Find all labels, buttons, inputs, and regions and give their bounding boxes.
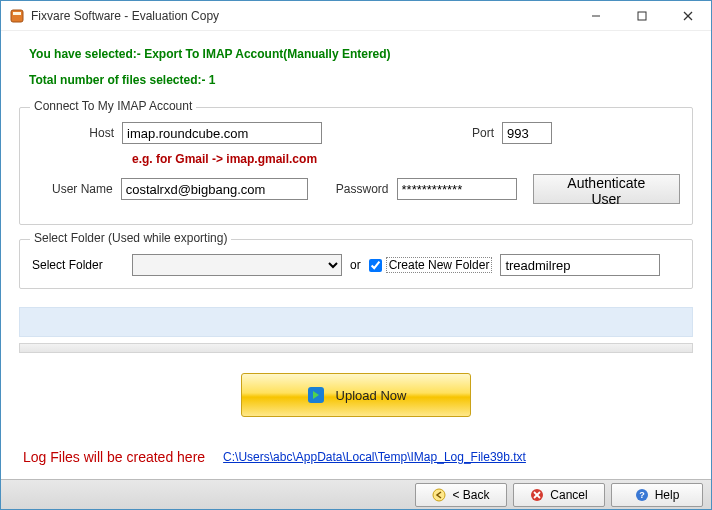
folder-groupbox: Select Folder (Used while exporting) Sel… bbox=[19, 239, 693, 289]
app-window: Fixvare Software - Evaluation Copy You h… bbox=[0, 0, 712, 510]
footer-bar: < Back Cancel ? Help bbox=[1, 479, 711, 509]
port-input[interactable] bbox=[502, 122, 552, 144]
password-input[interactable] bbox=[397, 178, 517, 200]
close-button[interactable] bbox=[665, 1, 711, 30]
folder-legend: Select Folder (Used while exporting) bbox=[30, 231, 231, 245]
svg-rect-0 bbox=[11, 10, 23, 22]
svg-rect-1 bbox=[13, 12, 21, 15]
selected-export-info: You have selected:- Export To IMAP Accou… bbox=[29, 47, 693, 61]
cancel-button[interactable]: Cancel bbox=[513, 483, 605, 507]
status-block bbox=[19, 307, 693, 337]
title-bar: Fixvare Software - Evaluation Copy bbox=[1, 1, 711, 31]
window-controls bbox=[573, 1, 711, 30]
app-icon bbox=[9, 8, 25, 24]
cancel-label: Cancel bbox=[550, 488, 587, 502]
upload-icon bbox=[306, 385, 326, 405]
log-files-label: Log Files will be created here bbox=[23, 449, 205, 465]
select-folder-label: Select Folder bbox=[32, 258, 132, 272]
gmail-hint: e.g. for Gmail -> imap.gmail.com bbox=[132, 152, 680, 166]
username-label: User Name bbox=[32, 182, 121, 196]
window-title: Fixvare Software - Evaluation Copy bbox=[31, 9, 573, 23]
back-label: < Back bbox=[452, 488, 489, 502]
maximize-button[interactable] bbox=[619, 1, 665, 30]
username-input[interactable] bbox=[121, 178, 308, 200]
back-button[interactable]: < Back bbox=[415, 483, 507, 507]
new-folder-input[interactable] bbox=[500, 254, 660, 276]
help-label: Help bbox=[655, 488, 680, 502]
host-input[interactable] bbox=[122, 122, 322, 144]
or-text: or bbox=[350, 258, 361, 272]
port-label: Port bbox=[442, 126, 502, 140]
svg-rect-3 bbox=[638, 12, 646, 20]
select-folder-dropdown[interactable] bbox=[132, 254, 342, 276]
content-area: You have selected:- Export To IMAP Accou… bbox=[1, 31, 711, 479]
back-icon bbox=[432, 488, 446, 502]
create-folder-checkbox[interactable] bbox=[369, 259, 382, 272]
file-count-info: Total number of files selected:- 1 bbox=[29, 73, 693, 87]
upload-now-label: Upload Now bbox=[336, 388, 407, 403]
host-label: Host bbox=[32, 126, 122, 140]
create-folder-label: Create New Folder bbox=[386, 257, 493, 273]
imap-groupbox: Connect To My IMAP Account Host Port e.g… bbox=[19, 107, 693, 225]
minimize-button[interactable] bbox=[573, 1, 619, 30]
help-icon: ? bbox=[635, 488, 649, 502]
imap-legend: Connect To My IMAP Account bbox=[30, 99, 196, 113]
cancel-icon bbox=[530, 488, 544, 502]
upload-now-button[interactable]: Upload Now bbox=[241, 373, 471, 417]
help-button[interactable]: ? Help bbox=[611, 483, 703, 507]
svg-point-7 bbox=[433, 489, 445, 501]
log-file-link[interactable]: C:\Users\abc\AppData\Local\Temp\IMap_Log… bbox=[223, 450, 526, 464]
progress-bar bbox=[19, 343, 693, 353]
log-row: Log Files will be created here C:\Users\… bbox=[19, 441, 693, 475]
authenticate-button[interactable]: Authenticate User bbox=[533, 174, 680, 204]
password-label: Password bbox=[318, 182, 397, 196]
svg-text:?: ? bbox=[639, 490, 645, 500]
